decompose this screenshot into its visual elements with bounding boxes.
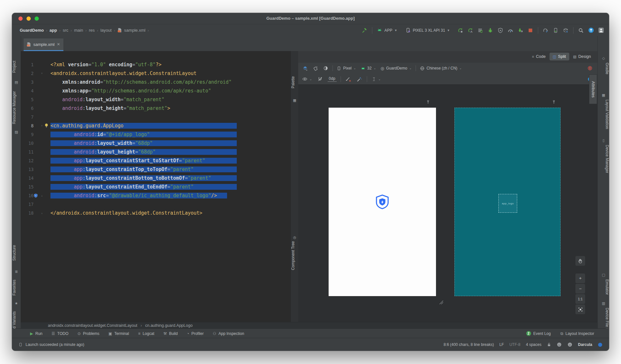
mode-code[interactable]: ≡Code bbox=[529, 53, 549, 60]
mode-split[interactable]: ◫Split bbox=[550, 53, 569, 60]
code-line-14[interactable]: 14 app:layout_constraintBottom_toBottomO… bbox=[21, 174, 290, 182]
breadcrumb-item-sample-xml[interactable]: sample.xml bbox=[124, 28, 146, 33]
sidebar-item-layout-validation[interactable]: Layout Validation bbox=[598, 100, 609, 129]
code-line-10[interactable]: 10 android:layout_width="68dp" bbox=[21, 139, 290, 147]
attach-debugger-icon[interactable] bbox=[517, 27, 524, 34]
theme-name[interactable]: Darcula bbox=[578, 342, 592, 347]
device-selector[interactable]: PIXEL 3 XL API 31 ▼ bbox=[405, 27, 451, 33]
search-everywhere-icon[interactable] bbox=[577, 27, 584, 34]
code-line-5[interactable]: 5 android:layout_width="match_parent" bbox=[21, 95, 290, 104]
tool-window-button-terminal[interactable]: ▣Terminal bbox=[108, 331, 129, 336]
user-account-icon[interactable] bbox=[597, 27, 605, 34]
breadcrumb[interactable]: GuardDemo›app›src›main›res›layout›sample… bbox=[12, 28, 149, 33]
editor-breadcrumb-leaf[interactable]: cn.authing.guard.AppLogo bbox=[145, 323, 193, 328]
code-line-9[interactable]: 9 android:id="@+id/app_logo" bbox=[21, 130, 290, 139]
breadcrumb-item-res[interactable]: res bbox=[89, 28, 95, 33]
zoom-to-fit-button[interactable] bbox=[575, 305, 585, 314]
tool-window-button-run[interactable]: ▶Run bbox=[30, 331, 42, 336]
code-line-7[interactable]: 7 bbox=[21, 112, 290, 121]
sidebar-item-gradle[interactable]: Gradle bbox=[598, 63, 609, 74]
default-margin-selector[interactable]: 0dp bbox=[328, 76, 337, 82]
pack-align-selector[interactable]: ⌄ bbox=[371, 77, 382, 82]
autoconnect-off-icon[interactable] bbox=[317, 76, 324, 83]
night-mode-icon[interactable] bbox=[322, 65, 329, 72]
file-encoding[interactable]: UTF-8 bbox=[509, 342, 520, 347]
breadcrumb-item-layout[interactable]: layout bbox=[100, 28, 112, 33]
rerun-icon[interactable] bbox=[477, 27, 484, 34]
code-line-11[interactable]: 11 android:layout_height="68dp" bbox=[21, 147, 290, 156]
editor-breadcrumb-root[interactable]: androidx.constraintlayout.widget.Constra… bbox=[48, 323, 137, 328]
code-line-15[interactable]: 15 app:layout_constraintEnd_toEndOf="par… bbox=[21, 182, 290, 191]
build-hammer-icon[interactable] bbox=[361, 27, 368, 34]
zoom-in-button[interactable]: ＋ bbox=[575, 273, 585, 283]
tab-sample-xml[interactable]: </> sample.xml ✕ bbox=[24, 38, 63, 51]
tool-window-button-todo[interactable]: ☰TODO bbox=[51, 331, 68, 336]
orientation-icon[interactable] bbox=[312, 65, 319, 72]
zoom-out-button[interactable]: − bbox=[575, 284, 585, 294]
breadcrumb-item-guarddemo[interactable]: GuardDemo bbox=[20, 28, 44, 33]
sidebar-item-device-manager[interactable]: Device Manager bbox=[598, 145, 609, 173]
device-manager-icon[interactable] bbox=[552, 27, 559, 34]
code-line-2[interactable]: 2▿<androidx.constraintlayout.widget.Cons… bbox=[21, 69, 290, 78]
fold-marker-icon[interactable]: ▵ bbox=[39, 211, 44, 215]
code-line-16[interactable]: 16▵ android:src="@drawable/ic_authing_de… bbox=[21, 191, 290, 200]
gutter-drawable-shield-icon[interactable] bbox=[34, 193, 39, 198]
tool-window-button-logcat[interactable]: ≡Logcat bbox=[138, 331, 154, 336]
clear-constraints-icon[interactable]: ✕ bbox=[345, 76, 352, 83]
status-message-group[interactable]: Launch succeeded (a minute ago) bbox=[12, 342, 84, 347]
happy-face-icon[interactable] bbox=[557, 342, 562, 347]
profiler-icon[interactable] bbox=[507, 27, 514, 34]
profile-low-overhead-icon[interactable] bbox=[497, 27, 504, 34]
line-ending[interactable]: LF bbox=[499, 342, 504, 347]
sidebar-item-project[interactable]: Project bbox=[12, 61, 21, 73]
preview-resize-handle[interactable] bbox=[438, 299, 443, 305]
intention-bulb-icon[interactable] bbox=[44, 123, 50, 128]
tool-window-button-profiler[interactable]: ◔Profiler bbox=[187, 331, 203, 336]
code-line-6[interactable]: 6 android:layout_height="match_parent"> bbox=[21, 104, 290, 112]
tab-component-tree[interactable]: Component Tree bbox=[291, 241, 299, 270]
tool-window-button-app-inspection[interactable]: ⚇App Inspection bbox=[213, 331, 244, 336]
tool-window-button-layout-inspector[interactable]: ⧉Layout Inspector bbox=[561, 331, 594, 336]
code-editor[interactable]: 1<?xml version="1.0" encoding="utf-8"?>2… bbox=[21, 51, 290, 322]
close-icon[interactable]: ✕ bbox=[57, 42, 60, 47]
tool-window-button-build[interactable]: ⚒Build bbox=[163, 331, 178, 336]
breadcrumb-item-src[interactable]: src bbox=[63, 28, 68, 33]
blueprint-preview[interactable]: app_logo bbox=[454, 108, 561, 296]
sidebar-item-resource-manager[interactable]: Resource Manager bbox=[12, 91, 21, 124]
ide-update-icon[interactable] bbox=[587, 27, 594, 34]
debug-icon[interactable] bbox=[487, 27, 494, 34]
code-line-4[interactable]: 4 xmlns:app="http://schemas.android.com/… bbox=[21, 86, 290, 95]
code-line-8[interactable]: 8▿<cn.authing.guard.AppLogo bbox=[21, 121, 290, 130]
preview-device-selector[interactable]: Pixel⌄ bbox=[336, 66, 357, 71]
breadcrumb-item-app[interactable]: app bbox=[49, 28, 57, 33]
tool-window-button-event-log[interactable]: 2Event Log bbox=[526, 331, 551, 336]
tool-window-button-problems[interactable]: ⊙Problems bbox=[77, 331, 99, 336]
issues-panel-icon[interactable] bbox=[586, 65, 594, 72]
code-line-17[interactable]: 17 bbox=[21, 200, 290, 209]
sidebar-item-emulator[interactable]: Emulator bbox=[598, 279, 609, 295]
infer-constraints-icon[interactable] bbox=[356, 76, 363, 83]
code-line-13[interactable]: 13 app:layout_constraintTop_toTopOf="par… bbox=[21, 165, 290, 174]
authing-shield-logo[interactable] bbox=[375, 194, 390, 209]
indent-setting[interactable]: 4 spaces bbox=[526, 342, 541, 347]
code-line-3[interactable]: 3 xmlns:android="http://schemas.android.… bbox=[21, 78, 290, 86]
breadcrumb-item-main[interactable]: main bbox=[74, 28, 83, 33]
blueprint-app-logo-box[interactable]: app_logo bbox=[498, 194, 517, 213]
view-options[interactable]: ⌄ bbox=[301, 76, 313, 82]
sync-gradle-icon[interactable] bbox=[542, 27, 549, 34]
zoom-actual-size-button[interactable]: 1:1 bbox=[575, 294, 585, 304]
run-config-selector[interactable]: APP ▼ bbox=[376, 27, 398, 33]
sad-face-icon[interactable] bbox=[567, 342, 572, 347]
code-line-18[interactable]: 18▵</androidx.constraintlayout.widget.Co… bbox=[21, 209, 290, 217]
caret-position[interactable]: 8:6 (400 chars, 8 line breaks) bbox=[444, 342, 494, 347]
tab-palette[interactable]: Palette bbox=[291, 76, 299, 88]
code-line-12[interactable]: 12 app:layout_constraintStart_toStartOf=… bbox=[21, 156, 290, 165]
sdk-manager-icon[interactable] bbox=[562, 27, 569, 34]
apply-code-changes-icon[interactable]: A bbox=[467, 27, 474, 34]
fold-marker-icon[interactable]: ▿ bbox=[39, 71, 44, 75]
code-line-1[interactable]: 1<?xml version="1.0" encoding="utf-8"?> bbox=[21, 60, 290, 69]
mode-design[interactable]: ▧Design bbox=[570, 53, 594, 60]
design-surface-icon[interactable] bbox=[301, 65, 309, 72]
tab-attributes[interactable]: Attributes bbox=[589, 74, 597, 104]
sidebar-item-favorites[interactable]: Favorites bbox=[12, 280, 21, 295]
